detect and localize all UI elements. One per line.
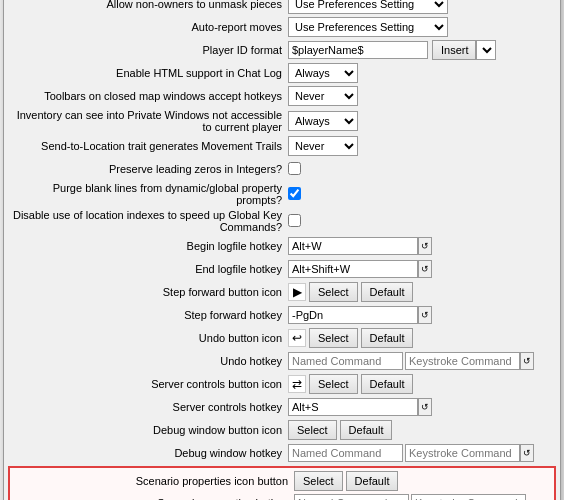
inventory-row: Inventory can see into Private Windows n…: [8, 109, 556, 133]
scenario-default-button[interactable]: Default: [346, 471, 399, 491]
debug-window-named-input[interactable]: [288, 444, 403, 462]
disable-location-label: Disable use of location indexes to speed…: [8, 209, 288, 233]
player-id-row: Player ID format Insert: [8, 40, 556, 60]
inventory-select[interactable]: Always: [288, 111, 358, 131]
step-forward-icon-label: Step forward button icon: [8, 286, 288, 298]
end-logfile-input[interactable]: [288, 260, 418, 278]
server-controls-hotkey-label: Server controls hotkey: [8, 401, 288, 413]
undo-hotkey-named-input[interactable]: [288, 352, 403, 370]
scenario-highlight-section: Scenario properties icon button Select D…: [8, 466, 556, 501]
debug-window-default-button[interactable]: Default: [340, 420, 393, 440]
toolbars-label: Toolbars on closed map windows accept ho…: [8, 90, 288, 102]
purge-blank-label: Purge blank lines from dynamic/global pr…: [8, 182, 288, 206]
server-controls-icon-preview: ⇄: [288, 375, 306, 393]
debug-window-select-button[interactable]: Select: [288, 420, 337, 440]
html-support-label: Enable HTML support in Chat Log: [8, 67, 288, 79]
debug-window-icon-controls: Select Default: [288, 420, 392, 440]
undo-default-button[interactable]: Default: [361, 328, 414, 348]
disable-location-checkbox[interactable]: [288, 214, 301, 227]
undo-hotkey-keystroke-input[interactable]: [405, 352, 520, 370]
preserve-zeros-row: Preserve leading zeros in Integers?: [8, 159, 556, 179]
auto-report-row: Auto-report moves Use Preferences Settin…: [8, 17, 556, 37]
debug-window-keystroke-input[interactable]: [405, 444, 520, 462]
undo-hotkey-row: Undo hotkey ↺: [8, 351, 556, 371]
server-controls-hotkey-input[interactable]: [288, 398, 418, 416]
send-to-location-select[interactable]: Never: [288, 136, 358, 156]
end-logfile-label: End logfile hotkey: [8, 263, 288, 275]
undo-icon-row: Undo button icon ↩ Select Default: [8, 328, 556, 348]
scenario-named-input[interactable]: [294, 494, 409, 501]
disable-location-row: Disable use of location indexes to speed…: [8, 209, 556, 233]
begin-logfile-row: Begin logfile hotkey ↺: [8, 236, 556, 256]
toolbars-select[interactable]: Never: [288, 86, 358, 106]
allow-non-owners-label: Allow non-owners to unmask pieces: [8, 0, 288, 10]
inventory-label: Inventory can see into Private Windows n…: [8, 109, 288, 133]
begin-logfile-label: Begin logfile hotkey: [8, 240, 288, 252]
server-controls-icon-label: Server controls button icon: [8, 378, 288, 390]
server-controls-hotkey-clear-button[interactable]: ↺: [418, 398, 432, 416]
server-controls-icon-controls: ⇄ Select Default: [288, 374, 413, 394]
step-forward-icon-row: Step forward button icon ▶ Select Defaul…: [8, 282, 556, 302]
options-content: Description Allow non-owners to unmask p…: [4, 0, 560, 500]
begin-logfile-input[interactable]: [288, 237, 418, 255]
send-to-location-row: Send-to-Location trait generates Movemen…: [8, 136, 556, 156]
debug-window-icon-label: Debug window button icon: [8, 424, 288, 436]
auto-report-label: Auto-report moves: [8, 21, 288, 33]
debug-window-hotkey-clear-button[interactable]: ↺: [520, 444, 534, 462]
undo-icon-controls: ↩ Select Default: [288, 328, 413, 348]
allow-non-owners-row: Allow non-owners to unmask pieces Use Pr…: [8, 0, 556, 14]
end-logfile-row: End logfile hotkey ↺: [8, 259, 556, 279]
preserve-zeros-checkbox[interactable]: [288, 162, 301, 175]
server-controls-hotkey-row: Server controls hotkey ↺: [8, 397, 556, 417]
step-forward-hotkey-clear-button[interactable]: ↺: [418, 306, 432, 324]
scenario-icon-row: Scenario properties icon button Select D…: [14, 471, 550, 491]
allow-non-owners-select[interactable]: Use Preferences Setting: [288, 0, 448, 14]
undo-icon-preview: ↩: [288, 329, 306, 347]
scenario-icon-controls: Select Default: [294, 471, 398, 491]
scenario-hotkey-row: Scenario properties hotkey: [14, 493, 550, 501]
server-controls-icon-row: Server controls button icon ⇄ Select Def…: [8, 374, 556, 394]
auto-report-select[interactable]: Use Preferences Setting: [288, 17, 448, 37]
end-logfile-clear-button[interactable]: ↺: [418, 260, 432, 278]
html-support-row: Enable HTML support in Chat Log Always: [8, 63, 556, 83]
step-forward-hotkey-input[interactable]: [288, 306, 418, 324]
scenario-keystroke-input[interactable]: [411, 494, 526, 501]
undo-hotkey-label: Undo hotkey: [8, 355, 288, 367]
server-controls-select-button[interactable]: Select: [309, 374, 358, 394]
toolbars-row: Toolbars on closed map windows accept ho…: [8, 86, 556, 106]
step-forward-default-button[interactable]: Default: [361, 282, 414, 302]
player-id-insert-button[interactable]: Insert: [432, 40, 476, 60]
undo-select-button[interactable]: Select: [309, 328, 358, 348]
player-id-dropdown[interactable]: [476, 40, 496, 60]
scenario-hotkey-label: Scenario properties hotkey: [14, 497, 294, 501]
debug-window-hotkey-label: Debug window hotkey: [8, 447, 288, 459]
player-id-input[interactable]: [288, 41, 428, 59]
player-id-label: Player ID format: [8, 44, 288, 56]
preserve-zeros-label: Preserve leading zeros in Integers?: [8, 163, 288, 175]
html-support-select[interactable]: Always: [288, 63, 358, 83]
step-forward-hotkey-label: Step forward hotkey: [8, 309, 288, 321]
debug-window-hotkey-row: Debug window hotkey ↺: [8, 443, 556, 463]
debug-window-icon-row: Debug window button icon Select Default: [8, 420, 556, 440]
scenario-icon-label: Scenario properties icon button: [14, 475, 294, 487]
step-forward-hotkey-row: Step forward hotkey ↺: [8, 305, 556, 325]
send-to-location-label: Send-to-Location trait generates Movemen…: [8, 140, 288, 152]
undo-hotkey-clear-button[interactable]: ↺: [520, 352, 534, 370]
global-options-window: Global Options ✕ Description Allow non-o…: [3, 0, 561, 500]
undo-icon-label: Undo button icon: [8, 332, 288, 344]
step-forward-select-button[interactable]: Select: [309, 282, 358, 302]
server-controls-default-button[interactable]: Default: [361, 374, 414, 394]
begin-logfile-clear-button[interactable]: ↺: [418, 237, 432, 255]
scenario-select-button[interactable]: Select: [294, 471, 343, 491]
purge-blank-row: Purge blank lines from dynamic/global pr…: [8, 182, 556, 206]
step-forward-icon-controls: ▶ Select Default: [288, 282, 413, 302]
step-forward-icon-preview: ▶: [288, 283, 306, 301]
purge-blank-checkbox[interactable]: [288, 187, 301, 200]
